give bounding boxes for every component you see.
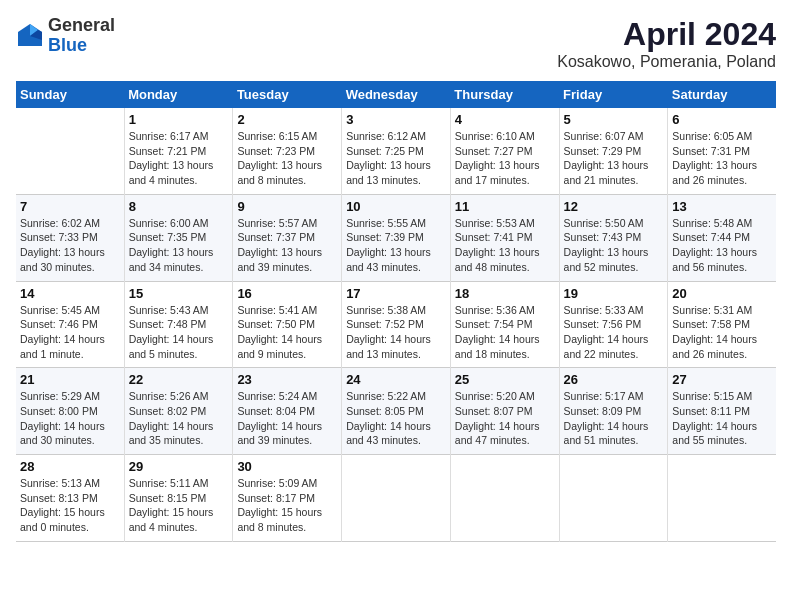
- calendar-cell: 9Sunrise: 5:57 AMSunset: 7:37 PMDaylight…: [233, 194, 342, 281]
- day-info: Sunrise: 5:29 AMSunset: 8:00 PMDaylight:…: [20, 389, 120, 448]
- day-number: 13: [672, 199, 772, 214]
- day-info: Sunrise: 5:53 AMSunset: 7:41 PMDaylight:…: [455, 216, 555, 275]
- day-info: Sunrise: 5:13 AMSunset: 8:13 PMDaylight:…: [20, 476, 120, 535]
- day-info: Sunrise: 5:33 AMSunset: 7:56 PMDaylight:…: [564, 303, 664, 362]
- day-number: 12: [564, 199, 664, 214]
- day-number: 28: [20, 459, 120, 474]
- calendar-cell: 2Sunrise: 6:15 AMSunset: 7:23 PMDaylight…: [233, 108, 342, 194]
- day-number: 15: [129, 286, 229, 301]
- calendar-cell: 10Sunrise: 5:55 AMSunset: 7:39 PMDayligh…: [342, 194, 451, 281]
- header-day-tuesday: Tuesday: [233, 81, 342, 108]
- calendar-cell: 1Sunrise: 6:17 AMSunset: 7:21 PMDaylight…: [124, 108, 233, 194]
- day-info: Sunrise: 5:50 AMSunset: 7:43 PMDaylight:…: [564, 216, 664, 275]
- calendar-week-row: 21Sunrise: 5:29 AMSunset: 8:00 PMDayligh…: [16, 368, 776, 455]
- day-number: 4: [455, 112, 555, 127]
- day-info: Sunrise: 6:15 AMSunset: 7:23 PMDaylight:…: [237, 129, 337, 188]
- calendar-week-row: 7Sunrise: 6:02 AMSunset: 7:33 PMDaylight…: [16, 194, 776, 281]
- calendar-cell: 14Sunrise: 5:45 AMSunset: 7:46 PMDayligh…: [16, 281, 124, 368]
- calendar-cell: 7Sunrise: 6:02 AMSunset: 7:33 PMDaylight…: [16, 194, 124, 281]
- day-number: 24: [346, 372, 446, 387]
- page-title: April 2024: [557, 16, 776, 53]
- day-number: 26: [564, 372, 664, 387]
- day-number: 5: [564, 112, 664, 127]
- calendar-cell: 21Sunrise: 5:29 AMSunset: 8:00 PMDayligh…: [16, 368, 124, 455]
- calendar-cell: 29Sunrise: 5:11 AMSunset: 8:15 PMDayligh…: [124, 455, 233, 542]
- calendar-body: 1Sunrise: 6:17 AMSunset: 7:21 PMDaylight…: [16, 108, 776, 541]
- day-number: 29: [129, 459, 229, 474]
- day-number: 9: [237, 199, 337, 214]
- calendar-cell: 3Sunrise: 6:12 AMSunset: 7:25 PMDaylight…: [342, 108, 451, 194]
- calendar-cell: 4Sunrise: 6:10 AMSunset: 7:27 PMDaylight…: [450, 108, 559, 194]
- calendar-cell: 12Sunrise: 5:50 AMSunset: 7:43 PMDayligh…: [559, 194, 668, 281]
- day-info: Sunrise: 6:02 AMSunset: 7:33 PMDaylight:…: [20, 216, 120, 275]
- day-number: 18: [455, 286, 555, 301]
- day-info: Sunrise: 5:09 AMSunset: 8:17 PMDaylight:…: [237, 476, 337, 535]
- logo: General Blue: [16, 16, 115, 56]
- day-info: Sunrise: 6:17 AMSunset: 7:21 PMDaylight:…: [129, 129, 229, 188]
- calendar-cell: [559, 455, 668, 542]
- page-subtitle: Kosakowo, Pomerania, Poland: [557, 53, 776, 71]
- calendar-cell: 11Sunrise: 5:53 AMSunset: 7:41 PMDayligh…: [450, 194, 559, 281]
- day-info: Sunrise: 5:48 AMSunset: 7:44 PMDaylight:…: [672, 216, 772, 275]
- day-number: 14: [20, 286, 120, 301]
- day-number: 1: [129, 112, 229, 127]
- day-number: 19: [564, 286, 664, 301]
- calendar-cell: 23Sunrise: 5:24 AMSunset: 8:04 PMDayligh…: [233, 368, 342, 455]
- calendar-cell: [342, 455, 451, 542]
- calendar-week-row: 28Sunrise: 5:13 AMSunset: 8:13 PMDayligh…: [16, 455, 776, 542]
- calendar-cell: [16, 108, 124, 194]
- day-info: Sunrise: 5:11 AMSunset: 8:15 PMDaylight:…: [129, 476, 229, 535]
- day-info: Sunrise: 5:43 AMSunset: 7:48 PMDaylight:…: [129, 303, 229, 362]
- day-number: 7: [20, 199, 120, 214]
- calendar-cell: 28Sunrise: 5:13 AMSunset: 8:13 PMDayligh…: [16, 455, 124, 542]
- header-day-wednesday: Wednesday: [342, 81, 451, 108]
- day-number: 11: [455, 199, 555, 214]
- title-block: April 2024 Kosakowo, Pomerania, Poland: [557, 16, 776, 71]
- day-number: 8: [129, 199, 229, 214]
- day-number: 3: [346, 112, 446, 127]
- calendar-table: SundayMondayTuesdayWednesdayThursdayFrid…: [16, 81, 776, 542]
- calendar-cell: 30Sunrise: 5:09 AMSunset: 8:17 PMDayligh…: [233, 455, 342, 542]
- calendar-cell: 5Sunrise: 6:07 AMSunset: 7:29 PMDaylight…: [559, 108, 668, 194]
- page-header: General Blue April 2024 Kosakowo, Pomera…: [16, 16, 776, 71]
- day-info: Sunrise: 6:10 AMSunset: 7:27 PMDaylight:…: [455, 129, 555, 188]
- calendar-cell: [668, 455, 776, 542]
- day-info: Sunrise: 5:45 AMSunset: 7:46 PMDaylight:…: [20, 303, 120, 362]
- day-info: Sunrise: 5:55 AMSunset: 7:39 PMDaylight:…: [346, 216, 446, 275]
- day-number: 25: [455, 372, 555, 387]
- day-number: 21: [20, 372, 120, 387]
- calendar-cell: 25Sunrise: 5:20 AMSunset: 8:07 PMDayligh…: [450, 368, 559, 455]
- day-info: Sunrise: 6:05 AMSunset: 7:31 PMDaylight:…: [672, 129, 772, 188]
- header-day-friday: Friday: [559, 81, 668, 108]
- header-day-saturday: Saturday: [668, 81, 776, 108]
- day-number: 27: [672, 372, 772, 387]
- calendar-cell: 16Sunrise: 5:41 AMSunset: 7:50 PMDayligh…: [233, 281, 342, 368]
- header-row: SundayMondayTuesdayWednesdayThursdayFrid…: [16, 81, 776, 108]
- day-info: Sunrise: 5:24 AMSunset: 8:04 PMDaylight:…: [237, 389, 337, 448]
- day-info: Sunrise: 5:22 AMSunset: 8:05 PMDaylight:…: [346, 389, 446, 448]
- header-day-monday: Monday: [124, 81, 233, 108]
- day-number: 20: [672, 286, 772, 301]
- calendar-week-row: 1Sunrise: 6:17 AMSunset: 7:21 PMDaylight…: [16, 108, 776, 194]
- day-info: Sunrise: 5:26 AMSunset: 8:02 PMDaylight:…: [129, 389, 229, 448]
- day-info: Sunrise: 5:57 AMSunset: 7:37 PMDaylight:…: [237, 216, 337, 275]
- calendar-cell: 26Sunrise: 5:17 AMSunset: 8:09 PMDayligh…: [559, 368, 668, 455]
- day-info: Sunrise: 5:36 AMSunset: 7:54 PMDaylight:…: [455, 303, 555, 362]
- day-info: Sunrise: 5:38 AMSunset: 7:52 PMDaylight:…: [346, 303, 446, 362]
- calendar-header: SundayMondayTuesdayWednesdayThursdayFrid…: [16, 81, 776, 108]
- logo-text: General Blue: [48, 16, 115, 56]
- calendar-cell: 20Sunrise: 5:31 AMSunset: 7:58 PMDayligh…: [668, 281, 776, 368]
- logo-icon: [16, 22, 44, 50]
- calendar-cell: 19Sunrise: 5:33 AMSunset: 7:56 PMDayligh…: [559, 281, 668, 368]
- day-info: Sunrise: 5:17 AMSunset: 8:09 PMDaylight:…: [564, 389, 664, 448]
- day-info: Sunrise: 5:20 AMSunset: 8:07 PMDaylight:…: [455, 389, 555, 448]
- calendar-cell: 8Sunrise: 6:00 AMSunset: 7:35 PMDaylight…: [124, 194, 233, 281]
- day-number: 23: [237, 372, 337, 387]
- header-day-thursday: Thursday: [450, 81, 559, 108]
- calendar-cell: 15Sunrise: 5:43 AMSunset: 7:48 PMDayligh…: [124, 281, 233, 368]
- calendar-week-row: 14Sunrise: 5:45 AMSunset: 7:46 PMDayligh…: [16, 281, 776, 368]
- calendar-cell: 27Sunrise: 5:15 AMSunset: 8:11 PMDayligh…: [668, 368, 776, 455]
- calendar-cell: 24Sunrise: 5:22 AMSunset: 8:05 PMDayligh…: [342, 368, 451, 455]
- calendar-cell: 17Sunrise: 5:38 AMSunset: 7:52 PMDayligh…: [342, 281, 451, 368]
- day-number: 6: [672, 112, 772, 127]
